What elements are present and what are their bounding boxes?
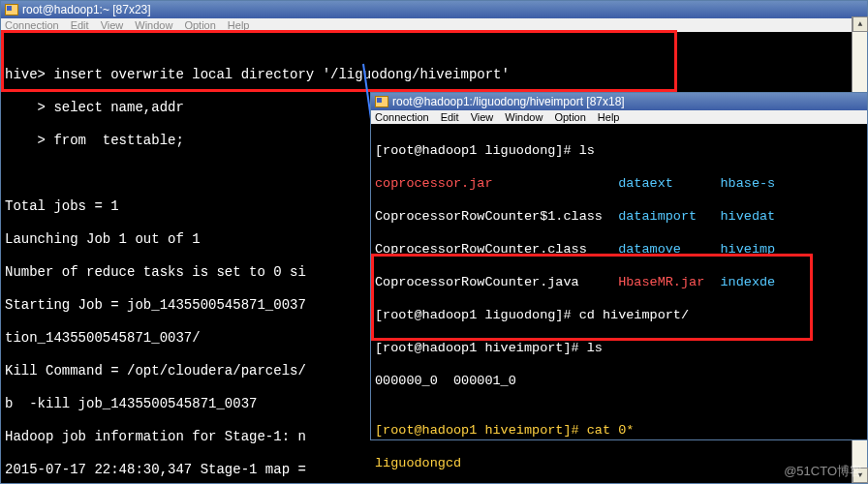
cd-cmd: cd hiveimport/ bbox=[579, 308, 689, 322]
fs-row-1: coprocessor.jar dataext hbase-s bbox=[375, 175, 863, 192]
menu-help[interactable]: Help bbox=[228, 19, 250, 31]
prompt: [root@hadoop1 liguodong]# bbox=[375, 308, 579, 322]
fs-row-4: CoprocessorRowCounter.java HbaseMR.jar i… bbox=[375, 274, 863, 290]
parts-line: 000000_0 000001_0 bbox=[375, 373, 863, 389]
scroll-up-icon[interactable]: ▲ bbox=[852, 16, 868, 32]
right-titlebar[interactable]: root@hadoop1:/liguodong/hiveimport [87x1… bbox=[371, 93, 867, 110]
dir-dataimport: dataimport bbox=[618, 209, 697, 224]
dir-hiveimp: hiveimp bbox=[720, 242, 775, 257]
cat-line: [root@hadoop1 hiveimport]# cat 0* bbox=[375, 422, 863, 439]
fs-row-2: CoprocessorRowCounter$1.class dataimport… bbox=[375, 208, 863, 225]
cat-cmd: cat 0* bbox=[587, 423, 635, 438]
fs-row-3: CoprocessorRowCounter.class datamove hiv… bbox=[375, 241, 863, 257]
putty-icon bbox=[375, 96, 388, 107]
menu-window[interactable]: Window bbox=[135, 19, 172, 31]
dir-indexde: indexde bbox=[720, 275, 775, 289]
right-window-title: root@hadoop1:/liguodong/hiveimport [87x1… bbox=[392, 95, 625, 108]
menu-window[interactable]: Window bbox=[505, 111, 542, 123]
ls-line: [root@hadoop1 liguodong]# ls bbox=[375, 142, 863, 159]
file-class2: CoprocessorRowCounter.class bbox=[375, 242, 587, 257]
file-coprocessor-jar: coprocessor.jar bbox=[375, 176, 493, 191]
file-class1: CoprocessorRowCounter$1.class bbox=[375, 209, 603, 224]
file-java: CoprocessorRowCounter.java bbox=[375, 275, 579, 289]
menu-option[interactable]: Option bbox=[554, 111, 585, 123]
menu-connection[interactable]: Connection bbox=[375, 111, 429, 123]
file-hbasemr-jar: HbaseMR.jar bbox=[618, 275, 704, 289]
dir-hbase-s: hbase-s bbox=[720, 176, 775, 191]
right-menubar[interactable]: Connection Edit View Window Option Help bbox=[371, 110, 867, 124]
menu-view[interactable]: View bbox=[471, 111, 494, 123]
ls-cmd: ls bbox=[579, 143, 595, 158]
dir-hivedat: hivedat bbox=[720, 209, 775, 224]
ls2-line: [root@hadoop1 hiveimport]# ls bbox=[375, 340, 863, 356]
menu-edit[interactable]: Edit bbox=[441, 111, 459, 123]
watermark: @51CTO博客 bbox=[784, 463, 862, 480]
left-titlebar[interactable]: root@hadoop1:~ [87x23] bbox=[1, 1, 867, 18]
hive-line-1: hive> insert overwrite local directory '… bbox=[5, 67, 863, 83]
left-menubar[interactable]: Connection Edit View Window Option Help bbox=[1, 18, 867, 32]
menu-option[interactable]: Option bbox=[184, 19, 215, 31]
ls2-cmd: ls bbox=[587, 341, 603, 355]
menu-view[interactable]: View bbox=[101, 19, 124, 31]
right-terminal-body[interactable]: [root@hadoop1 liguodong]# ls coprocessor… bbox=[371, 124, 867, 484]
left-window-title: root@hadoop1:~ [87x23] bbox=[22, 3, 151, 16]
menu-help[interactable]: Help bbox=[598, 111, 620, 123]
prompt: [root@hadoop1 hiveimport]# bbox=[375, 423, 587, 438]
dir-dataext: dataext bbox=[618, 176, 673, 191]
putty-icon bbox=[5, 4, 18, 15]
highlight-cat-output bbox=[371, 254, 813, 341]
cd-line: [root@hadoop1 liguodong]# cd hiveimport/ bbox=[375, 307, 863, 323]
dir-datamove: datamove bbox=[618, 242, 681, 257]
prompt: [root@hadoop1 liguodong]# bbox=[375, 143, 579, 158]
menu-connection[interactable]: Connection bbox=[5, 19, 59, 31]
menu-edit[interactable]: Edit bbox=[71, 19, 89, 31]
right-terminal-window: root@hadoop1:/liguodong/hiveimport [87x1… bbox=[370, 92, 868, 440]
prompt: [root@hadoop1 hiveimport]# bbox=[375, 341, 587, 355]
